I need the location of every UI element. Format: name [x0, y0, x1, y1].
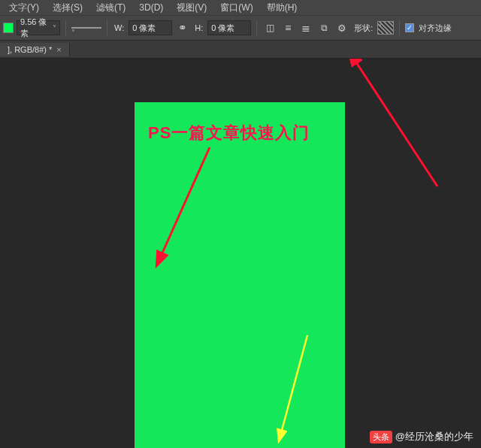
stroke-width-field[interactable]: 9.56 像素	[17, 20, 60, 35]
artboard-headline: PS一篇文章快速入门	[148, 122, 310, 144]
arrange-icon[interactable]	[298, 20, 313, 35]
menu-filter[interactable]: 滤镜(T)	[90, 0, 132, 16]
artboard[interactable]: PS一篇文章快速入门	[135, 102, 345, 448]
menu-type[interactable]: 文字(Y)	[3, 0, 45, 16]
align-edges-label: 对齐边缘	[419, 23, 452, 34]
divider	[65, 20, 66, 35]
h-label: H:	[195, 23, 203, 32]
shape-picker[interactable]	[377, 21, 394, 35]
divider	[399, 20, 400, 35]
menu-view[interactable]: 视图(V)	[171, 0, 213, 16]
path-ops-icon[interactable]	[262, 20, 277, 35]
shape-label: 形状:	[354, 23, 373, 34]
svg-line-1	[281, 335, 307, 433]
options-bar: 9.56 像素 W: 0 像素 H: 0 像素 形状: ✓ 对齐边缘	[0, 15, 481, 41]
menu-window[interactable]: 窗口(W)	[214, 0, 259, 16]
stroke-style-picker[interactable]	[71, 27, 101, 29]
arrow-annotation-yellow	[135, 102, 345, 448]
align-edges-checkbox[interactable]: ✓	[405, 23, 414, 32]
fill-swatch[interactable]	[3, 23, 14, 33]
document-tab[interactable]: ], RGB/8#) * ×	[0, 43, 70, 56]
width-field[interactable]: 0 像素	[129, 20, 172, 35]
link-icon[interactable]	[175, 20, 190, 35]
canvas-area: PS一篇文章快速入门	[0, 59, 481, 448]
close-icon[interactable]: ×	[56, 45, 61, 54]
watermark-badge: 头条	[370, 431, 392, 443]
menubar: 文字(Y) 选择(S) 滤镜(T) 3D(D) 视图(V) 窗口(W) 帮助(H…	[0, 0, 481, 15]
svg-line-2	[355, 60, 437, 186]
arrow-annotation-red-inner	[135, 102, 345, 448]
svg-line-0	[161, 147, 210, 256]
document-tab-bar: ], RGB/8#) * ×	[0, 41, 481, 59]
align-icon[interactable]	[280, 20, 295, 35]
menu-3d[interactable]: 3D(D)	[133, 1, 169, 14]
menu-help[interactable]: 帮助(H)	[261, 0, 304, 16]
tab-title: ], RGB/8#) *	[8, 45, 52, 54]
gear-icon[interactable]	[334, 20, 349, 35]
watermark: 头条 @经历沧桑的少年	[370, 430, 473, 443]
watermark-text: @经历沧桑的少年	[395, 430, 473, 443]
menu-select[interactable]: 选择(S)	[47, 0, 89, 16]
divider	[256, 20, 257, 35]
w-label: W:	[114, 23, 124, 32]
height-field[interactable]: 0 像素	[207, 20, 251, 35]
path-combine-icon[interactable]	[316, 20, 331, 35]
divider	[107, 20, 107, 35]
